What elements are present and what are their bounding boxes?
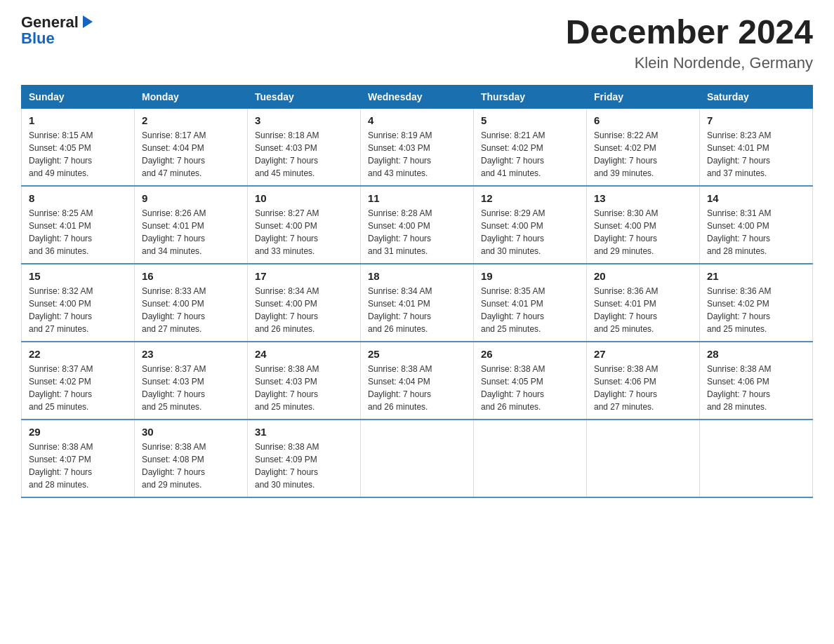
day-number: 14 [707, 192, 805, 204]
day-number: 13 [594, 192, 692, 204]
day-number: 31 [255, 426, 353, 438]
day-info: Sunrise: 8:30 AMSunset: 4:00 PMDaylight:… [594, 208, 658, 256]
week-row-3: 15 Sunrise: 8:32 AMSunset: 4:00 PMDaylig… [22, 264, 813, 342]
day-number: 22 [29, 348, 127, 360]
day-number: 26 [481, 348, 579, 360]
day-cell: 30 Sunrise: 8:38 AMSunset: 4:08 PMDaylig… [135, 420, 248, 497]
day-cell: 21 Sunrise: 8:36 AMSunset: 4:02 PMDaylig… [700, 264, 813, 342]
day-info: Sunrise: 8:36 AMSunset: 4:01 PMDaylight:… [594, 286, 658, 334]
day-cell: 17 Sunrise: 8:34 AMSunset: 4:00 PMDaylig… [248, 264, 361, 342]
header-friday: Friday [587, 85, 700, 108]
day-info: Sunrise: 8:38 AMSunset: 4:08 PMDaylight:… [142, 442, 206, 490]
day-number: 10 [255, 192, 353, 204]
header-row: Sunday Monday Tuesday Wednesday Thursday… [22, 85, 813, 108]
day-cell: 9 Sunrise: 8:26 AMSunset: 4:01 PMDayligh… [135, 186, 248, 264]
day-info: Sunrise: 8:22 AMSunset: 4:02 PMDaylight:… [594, 130, 658, 178]
day-number: 24 [255, 348, 353, 360]
day-info: Sunrise: 8:27 AMSunset: 4:00 PMDaylight:… [255, 208, 319, 256]
logo-general: General [21, 14, 79, 31]
day-info: Sunrise: 8:34 AMSunset: 4:00 PMDaylight:… [255, 286, 319, 334]
day-info: Sunrise: 8:26 AMSunset: 4:01 PMDaylight:… [142, 208, 206, 256]
header-tuesday: Tuesday [248, 85, 361, 108]
day-cell: 25 Sunrise: 8:38 AMSunset: 4:04 PMDaylig… [361, 342, 474, 420]
day-cell: 3 Sunrise: 8:18 AMSunset: 4:03 PMDayligh… [248, 108, 361, 186]
day-number: 17 [255, 270, 353, 282]
day-cell: 20 Sunrise: 8:36 AMSunset: 4:01 PMDaylig… [587, 264, 700, 342]
day-cell: 18 Sunrise: 8:34 AMSunset: 4:01 PMDaylig… [361, 264, 474, 342]
day-info: Sunrise: 8:38 AMSunset: 4:05 PMDaylight:… [481, 364, 545, 412]
day-number: 3 [255, 114, 353, 126]
day-number: 21 [707, 270, 805, 282]
day-cell: 15 Sunrise: 8:32 AMSunset: 4:00 PMDaylig… [22, 264, 135, 342]
day-cell: 26 Sunrise: 8:38 AMSunset: 4:05 PMDaylig… [474, 342, 587, 420]
day-number: 5 [481, 114, 579, 126]
day-cell: 13 Sunrise: 8:30 AMSunset: 4:00 PMDaylig… [587, 186, 700, 264]
week-row-5: 29 Sunrise: 8:38 AMSunset: 4:07 PMDaylig… [22, 420, 813, 497]
day-cell: 11 Sunrise: 8:28 AMSunset: 4:00 PMDaylig… [361, 186, 474, 264]
day-info: Sunrise: 8:28 AMSunset: 4:00 PMDaylight:… [368, 208, 432, 256]
day-cell: 22 Sunrise: 8:37 AMSunset: 4:02 PMDaylig… [22, 342, 135, 420]
day-number: 27 [594, 348, 692, 360]
week-row-1: 1 Sunrise: 8:15 AMSunset: 4:05 PMDayligh… [22, 108, 813, 186]
day-info: Sunrise: 8:32 AMSunset: 4:00 PMDaylight:… [29, 286, 93, 334]
week-row-4: 22 Sunrise: 8:37 AMSunset: 4:02 PMDaylig… [22, 342, 813, 420]
day-number: 23 [142, 348, 240, 360]
day-info: Sunrise: 8:33 AMSunset: 4:00 PMDaylight:… [142, 286, 206, 334]
day-cell: 24 Sunrise: 8:38 AMSunset: 4:03 PMDaylig… [248, 342, 361, 420]
logo: General Blue [21, 14, 95, 48]
day-info: Sunrise: 8:38 AMSunset: 4:06 PMDaylight:… [707, 364, 771, 412]
day-number: 19 [481, 270, 579, 282]
calendar-table: Sunday Monday Tuesday Wednesday Thursday… [21, 85, 813, 498]
day-info: Sunrise: 8:29 AMSunset: 4:00 PMDaylight:… [481, 208, 545, 256]
day-info: Sunrise: 8:15 AMSunset: 4:05 PMDaylight:… [29, 130, 93, 178]
day-info: Sunrise: 8:38 AMSunset: 4:09 PMDaylight:… [255, 442, 319, 490]
day-number: 1 [29, 114, 127, 126]
day-info: Sunrise: 8:19 AMSunset: 4:03 PMDaylight:… [368, 130, 432, 178]
day-cell: 6 Sunrise: 8:22 AMSunset: 4:02 PMDayligh… [587, 108, 700, 186]
day-cell [474, 420, 587, 497]
day-number: 18 [368, 270, 466, 282]
day-cell [700, 420, 813, 497]
day-info: Sunrise: 8:25 AMSunset: 4:01 PMDaylight:… [29, 208, 93, 256]
header-sunday: Sunday [22, 85, 135, 108]
day-number: 28 [707, 348, 805, 360]
logo-arrow-icon [80, 14, 95, 29]
page-header: General Blue December 2024 Klein Nordend… [21, 14, 813, 72]
day-info: Sunrise: 8:38 AMSunset: 4:07 PMDaylight:… [29, 442, 93, 490]
day-cell [361, 420, 474, 497]
day-info: Sunrise: 8:17 AMSunset: 4:04 PMDaylight:… [142, 130, 206, 178]
day-info: Sunrise: 8:21 AMSunset: 4:02 PMDaylight:… [481, 130, 545, 178]
day-number: 25 [368, 348, 466, 360]
day-number: 15 [29, 270, 127, 282]
day-cell [587, 420, 700, 497]
day-cell: 7 Sunrise: 8:23 AMSunset: 4:01 PMDayligh… [700, 108, 813, 186]
day-info: Sunrise: 8:23 AMSunset: 4:01 PMDaylight:… [707, 130, 771, 178]
header-monday: Monday [135, 85, 248, 108]
day-cell: 23 Sunrise: 8:37 AMSunset: 4:03 PMDaylig… [135, 342, 248, 420]
week-row-2: 8 Sunrise: 8:25 AMSunset: 4:01 PMDayligh… [22, 186, 813, 264]
day-info: Sunrise: 8:35 AMSunset: 4:01 PMDaylight:… [481, 286, 545, 334]
day-cell: 19 Sunrise: 8:35 AMSunset: 4:01 PMDaylig… [474, 264, 587, 342]
day-cell: 1 Sunrise: 8:15 AMSunset: 4:05 PMDayligh… [22, 108, 135, 186]
day-number: 12 [481, 192, 579, 204]
day-number: 16 [142, 270, 240, 282]
calendar-header: Sunday Monday Tuesday Wednesday Thursday… [22, 85, 813, 108]
day-cell: 4 Sunrise: 8:19 AMSunset: 4:03 PMDayligh… [361, 108, 474, 186]
calendar-location: Klein Nordende, Germany [566, 54, 813, 72]
svg-marker-0 [83, 15, 93, 28]
day-cell: 5 Sunrise: 8:21 AMSunset: 4:02 PMDayligh… [474, 108, 587, 186]
day-info: Sunrise: 8:38 AMSunset: 4:03 PMDaylight:… [255, 364, 319, 412]
day-number: 20 [594, 270, 692, 282]
day-info: Sunrise: 8:34 AMSunset: 4:01 PMDaylight:… [368, 286, 432, 334]
day-info: Sunrise: 8:38 AMSunset: 4:04 PMDaylight:… [368, 364, 432, 412]
day-info: Sunrise: 8:37 AMSunset: 4:02 PMDaylight:… [29, 364, 93, 412]
day-number: 9 [142, 192, 240, 204]
day-info: Sunrise: 8:36 AMSunset: 4:02 PMDaylight:… [707, 286, 771, 334]
day-cell: 27 Sunrise: 8:38 AMSunset: 4:06 PMDaylig… [587, 342, 700, 420]
day-info: Sunrise: 8:31 AMSunset: 4:00 PMDaylight:… [707, 208, 771, 256]
calendar-title: December 2024 [566, 14, 813, 51]
day-number: 7 [707, 114, 805, 126]
header-thursday: Thursday [474, 85, 587, 108]
day-cell: 2 Sunrise: 8:17 AMSunset: 4:04 PMDayligh… [135, 108, 248, 186]
day-number: 8 [29, 192, 127, 204]
